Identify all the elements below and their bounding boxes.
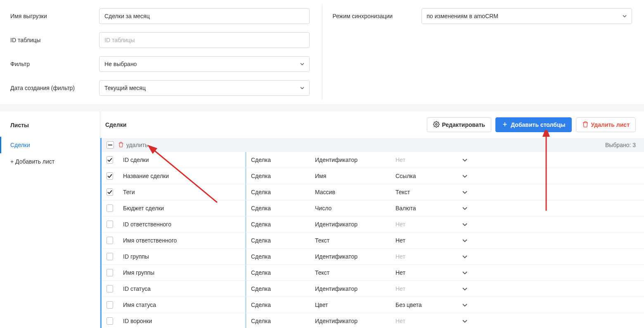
column-entity: Сделка — [251, 221, 271, 228]
column-type: Идентификатор — [315, 318, 358, 324]
row-expand[interactable] — [457, 249, 473, 264]
row-expand[interactable] — [457, 297, 473, 313]
row-checkbox[interactable] — [107, 172, 113, 180]
row-checkbox[interactable] — [107, 317, 113, 325]
table-id-input[interactable] — [99, 32, 310, 48]
sync-mode-label: Режим синхронизации — [333, 13, 421, 19]
sync-mode-select[interactable]: по изменениям в amoCRM — [421, 8, 632, 24]
table-row: Бюджет сделки Сделка Число Валюта — [102, 200, 644, 216]
row-expand[interactable] — [457, 216, 473, 232]
bulk-action-bar: удалить Выбрано: 3 — [100, 138, 644, 152]
chevron-down-icon — [462, 189, 467, 195]
sheets-sidebar: Листы Сделки + Добавить лист — [0, 112, 100, 328]
column-format: Текст — [395, 189, 410, 195]
column-format: Нет — [395, 285, 405, 292]
row-checkbox[interactable] — [107, 204, 113, 212]
row-expand[interactable] — [457, 265, 473, 280]
svg-point-0 — [436, 124, 437, 125]
table-row: ID ответственного Сделка Идентификатор Н… — [102, 216, 644, 233]
column-name: Бюджет сделки — [123, 205, 164, 212]
column-name: ID воронки — [123, 318, 152, 324]
sheets-panel: Листы Сделки + Добавить лист Сделки Реда… — [0, 112, 644, 328]
sync-mode-select-value: по изменениям в amoCRM — [427, 13, 499, 19]
column-format: Нет — [395, 253, 405, 260]
column-name: Имя ответственного — [123, 237, 177, 244]
settings-form: Имя выгрузки ID таблицы Фильтр Не выбран… — [0, 0, 644, 104]
column-entity: Сделка — [251, 253, 271, 260]
trash-icon — [118, 142, 124, 149]
column-name: ID ответственного — [123, 221, 171, 228]
column-name: ID сделки — [123, 157, 149, 163]
row-expand[interactable] — [457, 184, 473, 200]
chevron-down-icon — [462, 157, 467, 163]
column-type: Текст — [315, 237, 329, 244]
column-format: Валюта — [395, 205, 416, 212]
row-expand[interactable] — [457, 152, 473, 168]
chevron-down-icon — [462, 318, 467, 324]
chevron-down-icon — [300, 63, 304, 65]
column-type: Идентификатор — [315, 157, 358, 163]
row-expand[interactable] — [457, 168, 473, 184]
chevron-down-icon — [462, 269, 467, 276]
table-row: ID статуса Сделка Идентификатор Нет — [102, 281, 644, 297]
sheet-header: Сделки Редактировать Добавить столбцы — [100, 112, 644, 138]
select-all-checkbox[interactable] — [107, 141, 114, 149]
sidebar-title: Листы — [0, 118, 100, 137]
column-name: ID группы — [123, 253, 149, 260]
sidebar-add-sheet[interactable]: + Добавить лист — [0, 153, 100, 170]
column-name: Теги — [123, 189, 135, 195]
bulk-delete-button[interactable]: удалить — [118, 142, 148, 149]
table-row: Название сделки Сделка Имя Ссылка — [102, 168, 644, 184]
add-columns-button[interactable]: Добавить столбцы — [495, 117, 571, 132]
row-expand[interactable] — [457, 313, 473, 328]
settings-right-column: Режим синхронизации по изменениям в amoC… — [322, 4, 644, 100]
row-checkbox[interactable] — [107, 221, 113, 228]
column-entity: Сделка — [251, 157, 271, 163]
filter-label: Фильтр — [10, 61, 99, 67]
row-checkbox[interactable] — [107, 253, 113, 260]
edit-button[interactable]: Редактировать — [427, 117, 492, 132]
column-type: Массив — [315, 189, 335, 195]
column-format: Нет — [395, 269, 405, 276]
column-type: Идентификатор — [315, 285, 358, 292]
sidebar-item-label: Сделки — [10, 142, 30, 148]
sheet-actions: Редактировать Добавить столбцы Удалить л… — [427, 117, 636, 132]
column-name: ID статуса — [123, 285, 151, 292]
row-expand[interactable] — [457, 200, 473, 216]
column-type: Идентификатор — [315, 253, 358, 260]
trash-icon — [582, 121, 589, 129]
sidebar-item-deals[interactable]: Сделки — [0, 137, 100, 153]
row-checkbox[interactable] — [107, 301, 113, 309]
chevron-down-icon — [462, 302, 467, 308]
column-entity: Сделка — [251, 189, 271, 195]
chevron-down-icon — [623, 15, 627, 17]
export-name-input[interactable] — [99, 8, 310, 24]
sheet-title: Сделки — [105, 121, 126, 128]
table-row: ID группы Сделка Идентификатор Нет — [102, 249, 644, 265]
filter-select-value: Не выбрано — [104, 61, 137, 67]
date-filter-label: Дата создания (фильтр) — [10, 85, 99, 91]
column-format: Нет — [395, 221, 405, 228]
row-checkbox[interactable] — [107, 188, 113, 196]
row-expand[interactable] — [457, 233, 473, 248]
row-expand[interactable] — [457, 281, 473, 297]
row-checkbox[interactable] — [107, 269, 113, 276]
row-checkbox[interactable] — [107, 237, 113, 244]
column-name: Имя статуса — [123, 302, 156, 308]
filter-select[interactable]: Не выбрано — [99, 56, 310, 72]
row-checkbox[interactable] — [107, 285, 113, 292]
column-format: Нет — [395, 237, 405, 244]
delete-sheet-button[interactable]: Удалить лист — [576, 117, 636, 132]
row-checkbox[interactable] — [107, 156, 113, 164]
edit-button-label: Редактировать — [442, 121, 485, 128]
chevron-down-icon — [462, 285, 467, 292]
table-row: ID сделки Сделка Идентификатор Нет — [102, 152, 644, 168]
column-entity: Сделка — [251, 285, 271, 292]
chevron-down-icon — [300, 87, 304, 89]
column-entity: Сделка — [251, 205, 271, 212]
column-format: Ссылка — [395, 173, 416, 179]
column-entity: Сделка — [251, 318, 271, 324]
column-type: Имя — [315, 173, 326, 179]
column-type: Число — [315, 205, 331, 212]
date-filter-select[interactable]: Текущий месяц — [99, 80, 310, 96]
